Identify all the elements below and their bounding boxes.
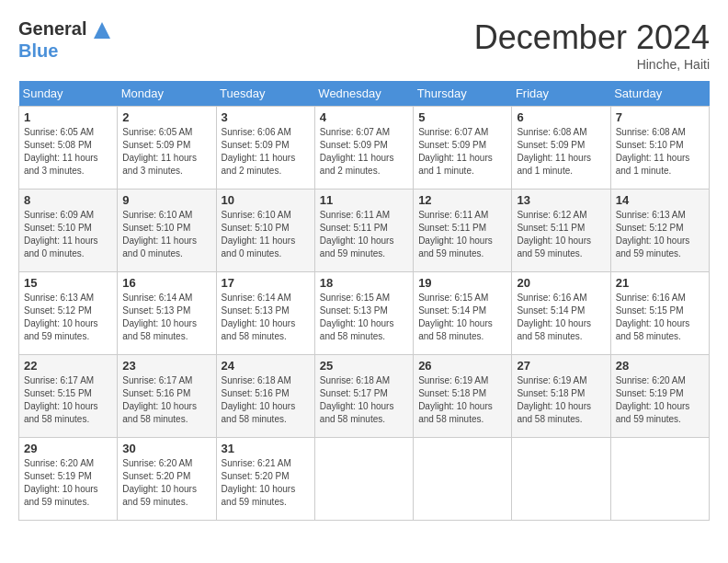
day-cell-18: 18 Sunrise: 6:15 AM Sunset: 5:13 PM Dayl… <box>314 272 413 355</box>
day-info: Sunrise: 6:05 AM Sunset: 5:08 PM Dayligh… <box>24 126 112 178</box>
day-cell-25: 25 Sunrise: 6:18 AM Sunset: 5:17 PM Dayl… <box>314 355 413 438</box>
day-number: 1 <box>24 110 112 124</box>
day-cell-empty-3 <box>314 438 413 521</box>
day-info: Sunrise: 6:19 AM Sunset: 5:18 PM Dayligh… <box>418 374 506 426</box>
day-cell-15: 15 Sunrise: 6:13 AM Sunset: 5:12 PM Dayl… <box>19 272 118 355</box>
day-cell-16: 16 Sunrise: 6:14 AM Sunset: 5:13 PM Dayl… <box>118 272 216 355</box>
day-number: 13 <box>517 193 605 207</box>
day-info: Sunrise: 6:07 AM Sunset: 5:09 PM Dayligh… <box>320 126 408 178</box>
day-cell-20: 20 Sunrise: 6:16 AM Sunset: 5:14 PM Dayl… <box>512 272 610 355</box>
day-number: 14 <box>616 193 704 207</box>
day-info: Sunrise: 6:17 AM Sunset: 5:16 PM Dayligh… <box>122 374 210 426</box>
day-cell-31: 31 Sunrise: 6:21 AM Sunset: 5:20 PM Dayl… <box>216 438 314 521</box>
location: Hinche, Haiti <box>474 57 710 72</box>
day-info: Sunrise: 6:14 AM Sunset: 5:13 PM Dayligh… <box>122 292 210 343</box>
day-number: 22 <box>24 359 112 373</box>
day-info: Sunrise: 6:20 AM Sunset: 5:19 PM Dayligh… <box>24 457 112 509</box>
day-info: Sunrise: 6:16 AM Sunset: 5:15 PM Dayligh… <box>616 292 704 343</box>
day-number: 20 <box>517 276 605 290</box>
svg-marker-0 <box>94 22 110 39</box>
day-info: Sunrise: 6:10 AM Sunset: 5:10 PM Dayligh… <box>222 209 310 260</box>
month-title: December 2024 <box>474 18 710 57</box>
day-number: 5 <box>418 110 506 124</box>
week-row-4: 22 Sunrise: 6:17 AM Sunset: 5:15 PM Dayl… <box>19 355 710 438</box>
day-info: Sunrise: 6:18 AM Sunset: 5:17 PM Dayligh… <box>320 374 408 426</box>
week-row-3: 15 Sunrise: 6:13 AM Sunset: 5:12 PM Dayl… <box>19 272 710 355</box>
day-info: Sunrise: 6:12 AM Sunset: 5:11 PM Dayligh… <box>517 209 605 260</box>
day-number: 26 <box>418 359 506 373</box>
col-thursday: Thursday <box>414 81 512 107</box>
day-cell-7: 7 Sunrise: 6:08 AM Sunset: 5:10 PM Dayli… <box>610 107 709 190</box>
day-info: Sunrise: 6:14 AM Sunset: 5:13 PM Dayligh… <box>222 292 310 343</box>
day-number: 24 <box>222 359 310 373</box>
day-cell-14: 14 Sunrise: 6:13 AM Sunset: 5:12 PM Dayl… <box>610 190 709 272</box>
header-row: Sunday Monday Tuesday Wednesday Thursday… <box>19 81 710 107</box>
day-number: 15 <box>24 276 112 290</box>
col-saturday: Saturday <box>610 81 709 107</box>
week-row-2: 8 Sunrise: 6:09 AM Sunset: 5:10 PM Dayli… <box>19 190 710 272</box>
day-info: Sunrise: 6:15 AM Sunset: 5:14 PM Dayligh… <box>418 292 506 343</box>
day-number: 18 <box>320 276 408 290</box>
day-info: Sunrise: 6:13 AM Sunset: 5:12 PM Dayligh… <box>616 209 704 260</box>
day-info: Sunrise: 6:11 AM Sunset: 5:11 PM Dayligh… <box>418 209 506 260</box>
day-cell-23: 23 Sunrise: 6:17 AM Sunset: 5:16 PM Dayl… <box>118 355 216 438</box>
day-number: 17 <box>222 276 310 290</box>
day-info: Sunrise: 6:06 AM Sunset: 5:09 PM Dayligh… <box>222 126 310 178</box>
day-cell-12: 12 Sunrise: 6:11 AM Sunset: 5:11 PM Dayl… <box>414 190 512 272</box>
day-cell-22: 22 Sunrise: 6:17 AM Sunset: 5:15 PM Dayl… <box>19 355 118 438</box>
day-cell-empty-6 <box>610 438 709 521</box>
col-sunday: Sunday <box>19 81 118 107</box>
day-number: 2 <box>122 110 210 124</box>
day-cell-9: 9 Sunrise: 6:10 AM Sunset: 5:10 PM Dayli… <box>118 190 216 272</box>
day-number: 29 <box>24 442 112 455</box>
day-info: Sunrise: 6:08 AM Sunset: 5:09 PM Dayligh… <box>517 126 605 178</box>
day-cell-1: 1 Sunrise: 6:05 AM Sunset: 5:08 PM Dayli… <box>19 107 118 190</box>
logo: General Blue <box>18 18 112 61</box>
day-info: Sunrise: 6:17 AM Sunset: 5:15 PM Dayligh… <box>24 374 112 426</box>
col-tuesday: Tuesday <box>216 81 314 107</box>
day-cell-28: 28 Sunrise: 6:20 AM Sunset: 5:19 PM Dayl… <box>610 355 709 438</box>
day-number: 31 <box>222 442 310 455</box>
day-cell-empty-5 <box>512 438 610 521</box>
col-friday: Friday <box>512 81 610 107</box>
week-row-5: 29 Sunrise: 6:20 AM Sunset: 5:19 PM Dayl… <box>19 438 710 521</box>
day-info: Sunrise: 6:20 AM Sunset: 5:20 PM Dayligh… <box>122 457 210 509</box>
day-cell-5: 5 Sunrise: 6:07 AM Sunset: 5:09 PM Dayli… <box>414 107 512 190</box>
day-number: 28 <box>616 359 704 373</box>
day-number: 8 <box>24 193 112 207</box>
day-info: Sunrise: 6:13 AM Sunset: 5:12 PM Dayligh… <box>24 292 112 343</box>
day-info: Sunrise: 6:11 AM Sunset: 5:11 PM Dayligh… <box>320 209 408 260</box>
day-cell-3: 3 Sunrise: 6:06 AM Sunset: 5:09 PM Dayli… <box>216 107 314 190</box>
day-info: Sunrise: 6:15 AM Sunset: 5:13 PM Dayligh… <box>320 292 408 343</box>
day-number: 12 <box>418 193 506 207</box>
day-number: 4 <box>320 110 408 124</box>
day-cell-19: 19 Sunrise: 6:15 AM Sunset: 5:14 PM Dayl… <box>414 272 512 355</box>
day-cell-13: 13 Sunrise: 6:12 AM Sunset: 5:11 PM Dayl… <box>512 190 610 272</box>
day-number: 6 <box>517 110 605 124</box>
day-cell-17: 17 Sunrise: 6:14 AM Sunset: 5:13 PM Dayl… <box>216 272 314 355</box>
day-number: 21 <box>616 276 704 290</box>
day-info: Sunrise: 6:09 AM Sunset: 5:10 PM Dayligh… <box>24 209 112 260</box>
day-cell-4: 4 Sunrise: 6:07 AM Sunset: 5:09 PM Dayli… <box>314 107 413 190</box>
day-number: 27 <box>517 359 605 373</box>
day-info: Sunrise: 6:18 AM Sunset: 5:16 PM Dayligh… <box>222 374 310 426</box>
day-cell-21: 21 Sunrise: 6:16 AM Sunset: 5:15 PM Dayl… <box>610 272 709 355</box>
day-number: 19 <box>418 276 506 290</box>
day-info: Sunrise: 6:07 AM Sunset: 5:09 PM Dayligh… <box>418 126 506 178</box>
day-number: 11 <box>320 193 408 207</box>
day-info: Sunrise: 6:20 AM Sunset: 5:19 PM Dayligh… <box>616 374 704 426</box>
day-cell-2: 2 Sunrise: 6:05 AM Sunset: 5:09 PM Dayli… <box>118 107 216 190</box>
calendar-table: Sunday Monday Tuesday Wednesday Thursday… <box>18 81 710 521</box>
day-cell-10: 10 Sunrise: 6:10 AM Sunset: 5:10 PM Dayl… <box>216 190 314 272</box>
day-cell-26: 26 Sunrise: 6:19 AM Sunset: 5:18 PM Dayl… <box>414 355 512 438</box>
logo-text: General Blue <box>18 18 112 61</box>
day-info: Sunrise: 6:21 AM Sunset: 5:20 PM Dayligh… <box>222 457 310 509</box>
day-cell-6: 6 Sunrise: 6:08 AM Sunset: 5:09 PM Dayli… <box>512 107 610 190</box>
day-info: Sunrise: 6:19 AM Sunset: 5:18 PM Dayligh… <box>517 374 605 426</box>
day-number: 23 <box>122 359 210 373</box>
day-cell-11: 11 Sunrise: 6:11 AM Sunset: 5:11 PM Dayl… <box>314 190 413 272</box>
day-cell-29: 29 Sunrise: 6:20 AM Sunset: 5:19 PM Dayl… <box>19 438 118 521</box>
day-info: Sunrise: 6:05 AM Sunset: 5:09 PM Dayligh… <box>122 126 210 178</box>
day-cell-30: 30 Sunrise: 6:20 AM Sunset: 5:20 PM Dayl… <box>118 438 216 521</box>
day-cell-27: 27 Sunrise: 6:19 AM Sunset: 5:18 PM Dayl… <box>512 355 610 438</box>
